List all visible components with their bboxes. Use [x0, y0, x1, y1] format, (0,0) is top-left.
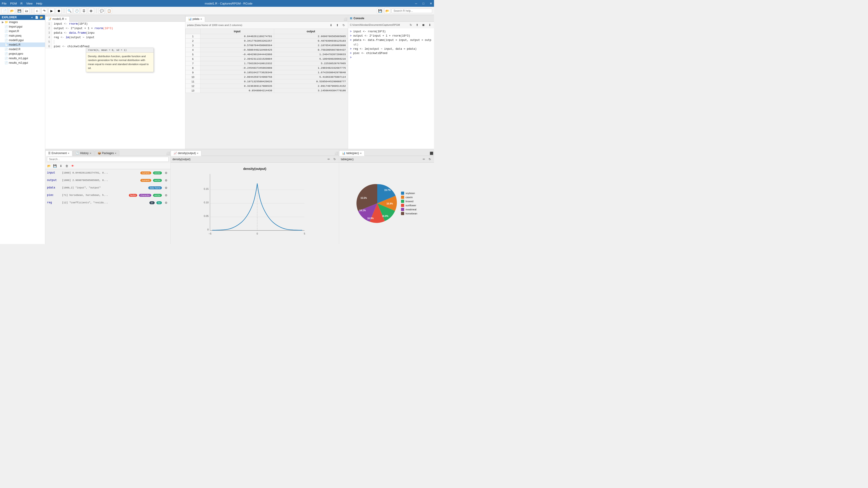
env-settings-output[interactable]: ⚙: [164, 178, 168, 183]
env-save-btn[interactable]: 💾: [53, 164, 57, 168]
table-row: 13 0.8548984214430 3.1450649384779186: [186, 88, 348, 93]
explorer-collapse-btn[interactable]: «: [31, 16, 33, 19]
table-close-btn[interactable]: ✕: [360, 152, 362, 155]
open-right-btn[interactable]: 📂: [384, 8, 390, 14]
pdata-tab-close[interactable]: ✕: [200, 18, 202, 20]
console-line-2: > output <- 2*input + 1 + rnorm(10^3): [350, 34, 432, 38]
open-btn[interactable]: 📂: [9, 8, 15, 14]
env-settings-piec[interactable]: ⚙: [164, 193, 168, 198]
sidebar-item-results-m2[interactable]: 📄 results_m2.pgui: [0, 61, 45, 65]
grid-btn[interactable]: ⊞: [88, 8, 94, 14]
close-btn[interactable]: ✕: [430, 2, 432, 5]
save-btn[interactable]: 💾: [16, 8, 22, 14]
cell-input: -0.5086440218466425: [200, 48, 274, 52]
help-search[interactable]: [392, 8, 432, 13]
density-title: density(output): [173, 158, 190, 161]
undo-btn[interactable]: ⎌: [34, 8, 40, 14]
col-header-output[interactable]: output: [274, 29, 348, 34]
code-editor[interactable]: 1 input <- rnorm(10^3) 2 output <- 2*inp…: [45, 22, 185, 149]
tab-close-btn[interactable]: ✕: [65, 18, 67, 20]
sidebar-item-model0[interactable]: 📄 model0.pgui: [0, 38, 45, 42]
density-maximize-btn[interactable]: ⬜: [334, 151, 339, 156]
menu-view[interactable]: View: [26, 2, 33, 5]
table-refresh-btn[interactable]: ↻: [427, 157, 432, 162]
redo-btn[interactable]: ↷: [41, 8, 47, 14]
env-view-btn[interactable]: 👁: [70, 164, 75, 168]
tab-environment[interactable]: ☰ Environment ✕: [45, 151, 72, 156]
list-btn[interactable]: ☰: [81, 8, 87, 14]
menu-help[interactable]: Help: [36, 2, 42, 5]
sidebar-item-model2[interactable]: 📄 model2.R: [0, 47, 45, 52]
run-btn[interactable]: ▶: [49, 8, 55, 14]
maximize-btn[interactable]: □: [423, 2, 424, 5]
table-edit-btn[interactable]: ✏: [421, 157, 426, 162]
menu-r[interactable]: R: [21, 2, 23, 5]
console-stop-btn[interactable]: ⏹: [421, 22, 426, 27]
env-settings-reg[interactable]: ⚙: [164, 200, 168, 205]
explorer-new-btn[interactable]: 📄: [35, 16, 38, 19]
history-close-btn[interactable]: ✕: [90, 152, 91, 155]
stop-btn[interactable]: ⏹: [56, 8, 62, 14]
pdata-download-btn[interactable]: ⬇: [329, 23, 333, 28]
env-search-input[interactable]: [47, 157, 168, 162]
table-maximize-btn[interactable]: ⬛: [429, 151, 434, 156]
sidebar-item-project[interactable]: 📄 project.ppro: [0, 52, 45, 56]
console-body[interactable]: > input <- rnorm(10^3) > output <- 2*inp…: [348, 28, 434, 149]
sidebar-item-results-m1[interactable]: 📄 results_m1.pgui: [0, 56, 45, 61]
sidebar-item-main-pseq[interactable]: 📄 main.pseq: [0, 33, 45, 38]
file-label: project.ppro: [9, 52, 23, 55]
sidebar-item-images[interactable]: ▶ 📁 images: [0, 20, 45, 24]
menu-file[interactable]: File: [2, 2, 6, 5]
sidebar-item-import-pgui[interactable]: 📄 Import.pgui: [0, 24, 45, 29]
table-row: 7 1.7563202410013332 5.22538528767065: [186, 61, 348, 66]
env-delete-btn[interactable]: 🗑: [64, 164, 69, 168]
table-icon: 📊: [342, 152, 345, 155]
explorer-folder-btn[interactable]: 📂: [40, 16, 43, 19]
sidebar-item-model1[interactable]: 📄 model1.R: [0, 42, 45, 47]
env-open-btn[interactable]: 📂: [46, 164, 52, 168]
save-all-btn[interactable]: 🗂: [24, 8, 29, 14]
menu-pgm[interactable]: PGM: [10, 2, 17, 5]
tab-table-piec[interactable]: 📊 table(piec) ✕: [339, 151, 365, 156]
save-right-btn[interactable]: 💾: [377, 8, 383, 14]
env-import-btn[interactable]: ⬇: [58, 164, 63, 168]
badge-vector-input: vector: [153, 171, 162, 174]
cell-input: 0.8548984214430: [200, 88, 274, 93]
search-btn[interactable]: 🔍: [66, 8, 72, 14]
minimize-btn[interactable]: ─: [415, 2, 417, 5]
cell-id: 2: [186, 39, 200, 43]
tab-label: model1.R: [53, 18, 64, 21]
sidebar-item-import-r[interactable]: 📄 import.R: [0, 29, 45, 33]
density-refresh-btn[interactable]: ↻: [332, 157, 337, 162]
env-settings-input[interactable]: ⚙: [164, 170, 168, 175]
col-header-input[interactable]: input: [200, 29, 274, 34]
console-download-btn[interactable]: ⬇: [427, 22, 432, 27]
comment-btn[interactable]: 💬: [99, 8, 105, 14]
history-toolbar-btn[interactable]: 🕐: [74, 8, 80, 14]
tab-density[interactable]: 📈 density(output) ✕: [170, 151, 202, 156]
new-file-btn[interactable]: 📄: [2, 8, 8, 14]
console-refresh-btn[interactable]: ↻: [408, 22, 413, 27]
env-tabs: ☰ Environment ✕ 🕐 History ✕ 📦 Packages ✕: [45, 149, 170, 156]
density-close-btn[interactable]: ✕: [197, 152, 198, 155]
pdata-table[interactable]: input output 1 0.8440261189274701 2.9690…: [185, 29, 348, 149]
pdata-refresh-btn[interactable]: ↻: [341, 23, 346, 28]
badge-list-reg: list: [156, 201, 162, 204]
pdata-maximize-btn[interactable]: ⬜: [343, 17, 348, 22]
cell-input: 0.1071325580429626: [200, 79, 274, 84]
env-close-btn[interactable]: ✕: [68, 152, 69, 155]
pdata-upload-btn[interactable]: ⬆: [335, 23, 340, 28]
env-maximize-btn[interactable]: ⬜: [165, 151, 170, 156]
density-edit-btn[interactable]: ✏: [326, 157, 331, 162]
pct-label-linseed: 16.9%: [382, 215, 388, 217]
tab-packages[interactable]: 📦 Packages ✕: [95, 151, 120, 156]
env-settings-pdata[interactable]: ⚙: [164, 185, 168, 190]
y-label-0: 0: [207, 228, 209, 231]
tab-model1r[interactable]: 📝 model1.R ✕: [45, 16, 70, 22]
tab-pdata[interactable]: 📊 pdata ✕: [185, 16, 205, 22]
tab-history[interactable]: 🕐 History ✕: [73, 151, 94, 156]
x-label-neg5: −5: [209, 232, 212, 235]
packages-close-btn[interactable]: ✕: [115, 152, 116, 155]
console-upload-btn[interactable]: ⬆: [414, 22, 420, 27]
doc-btn[interactable]: 📋: [106, 8, 112, 14]
